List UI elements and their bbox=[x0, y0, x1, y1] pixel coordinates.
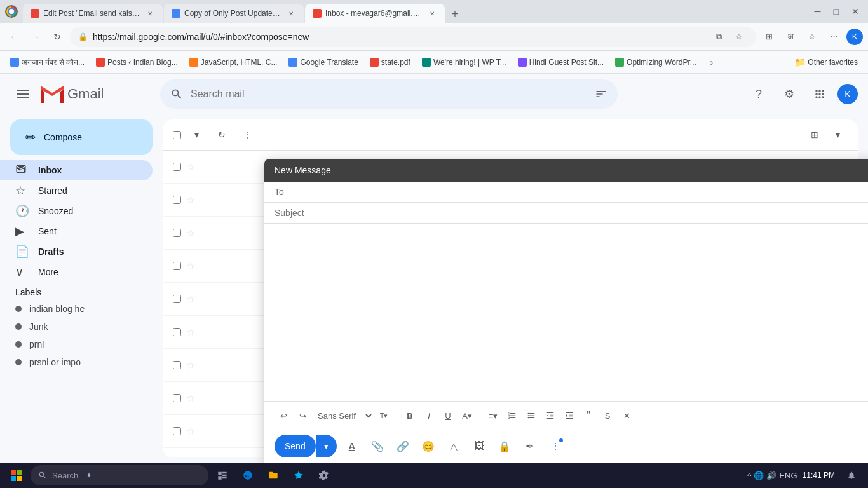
address-bar[interactable]: 🔒 https://mail.google.com/mail/u/0/#inbo… bbox=[70, 27, 756, 47]
undo-button[interactable]: ↩ bbox=[275, 407, 292, 424]
ordered-list-button[interactable] bbox=[503, 407, 521, 424]
bold-button[interactable]: B bbox=[401, 407, 419, 424]
taskbar-file-explorer-icon[interactable] bbox=[263, 465, 283, 485]
label-junk[interactable]: Junk bbox=[0, 318, 163, 336]
font-color-button[interactable]: A▾ bbox=[458, 407, 476, 424]
hamburger-menu-button[interactable] bbox=[10, 81, 36, 107]
back-button[interactable]: ← bbox=[5, 28, 23, 46]
other-favorites-folder[interactable]: 📁 Other favorites bbox=[789, 55, 863, 70]
send-button[interactable]: Send bbox=[275, 435, 316, 458]
taskbar-store-icon[interactable] bbox=[288, 465, 309, 485]
compose-subject-field[interactable] bbox=[275, 208, 868, 218]
compose-to-field[interactable] bbox=[300, 187, 868, 197]
signature-button[interactable]: ✒ bbox=[520, 436, 540, 456]
maximize-button[interactable]: □ bbox=[830, 5, 843, 18]
email-checkbox[interactable] bbox=[173, 394, 181, 402]
quote-button[interactable]: " bbox=[580, 407, 597, 424]
extension-icon[interactable]: ⊞ bbox=[760, 28, 778, 46]
minimize-button[interactable]: ─ bbox=[811, 5, 825, 18]
toolbar-dropdown-btn[interactable]: ▾ bbox=[186, 125, 207, 145]
tab-2[interactable]: Copy of Only Post Update - Goog ✕ bbox=[164, 4, 304, 23]
insert-drive-button[interactable]: △ bbox=[444, 436, 464, 456]
underline-button[interactable]: U bbox=[439, 407, 457, 424]
align-button[interactable]: ≡▾ bbox=[484, 407, 502, 424]
clear-format-button[interactable]: ✕ bbox=[618, 407, 635, 424]
taskbar-settings-icon[interactable] bbox=[314, 465, 334, 485]
sidebar-item-more[interactable]: ∨ More bbox=[0, 262, 153, 282]
email-checkbox[interactable] bbox=[173, 361, 181, 369]
font-size-button[interactable]: T▾ bbox=[375, 407, 393, 424]
notification-button[interactable] bbox=[841, 465, 862, 485]
email-star[interactable]: ☆ bbox=[186, 161, 195, 173]
bookmark-6[interactable]: We're hiring! | WP T... bbox=[417, 55, 512, 69]
label-indian-blog[interactable]: indian blog he bbox=[0, 300, 163, 318]
unordered-list-button[interactable] bbox=[522, 407, 540, 424]
email-star[interactable]: ☆ bbox=[186, 260, 195, 272]
sidebar-item-starred[interactable]: ☆ Starred bbox=[0, 180, 153, 201]
taskbar-edge-icon[interactable] bbox=[238, 465, 258, 485]
bookmark-star-icon[interactable]: ☆ bbox=[730, 28, 748, 46]
tab-1[interactable]: Edit Post "Email send kaise kare? ✕ bbox=[23, 4, 163, 23]
italic-button[interactable]: I bbox=[420, 407, 438, 424]
email-checkbox[interactable] bbox=[173, 295, 181, 303]
email-star[interactable]: ☆ bbox=[186, 359, 195, 371]
email-checkbox[interactable] bbox=[173, 328, 181, 336]
bookmarks-more-chevron[interactable]: › bbox=[703, 53, 721, 71]
select-all-checkbox[interactable] bbox=[173, 131, 181, 139]
picture-in-picture-icon[interactable]: ⧉ bbox=[710, 28, 728, 46]
bookmark-4[interactable]: Google Translate bbox=[283, 55, 363, 69]
search-options-icon[interactable] bbox=[595, 88, 607, 100]
new-tab-button[interactable]: + bbox=[446, 5, 464, 23]
lock-button[interactable]: 🔒 bbox=[494, 436, 515, 456]
sidebar-item-snoozed[interactable]: 🕐 Snoozed bbox=[0, 201, 153, 221]
email-star[interactable]: ☆ bbox=[186, 227, 195, 239]
task-view-button[interactable] bbox=[212, 465, 233, 485]
email-checkbox[interactable] bbox=[173, 163, 181, 171]
network-icon[interactable]: 🌐 bbox=[754, 471, 764, 480]
inbox-chevron-btn[interactable]: ▾ bbox=[827, 125, 848, 145]
gmail-avatar[interactable]: K bbox=[837, 84, 858, 104]
redo-button[interactable]: ↪ bbox=[294, 407, 311, 424]
send-options-button[interactable]: ▾ bbox=[316, 435, 337, 458]
insert-photo-button[interactable]: 🖼 bbox=[469, 436, 489, 456]
tab-2-close[interactable]: ✕ bbox=[286, 8, 296, 18]
strikethrough-button[interactable]: S bbox=[599, 407, 616, 424]
sidebar-item-inbox[interactable]: Inbox bbox=[0, 160, 153, 180]
label-prsnl[interactable]: prsnl or impo bbox=[0, 353, 163, 371]
more-options-button[interactable]: ⋮ bbox=[545, 436, 566, 456]
toolbar-refresh-btn[interactable]: ↻ bbox=[212, 125, 232, 145]
email-checkbox[interactable] bbox=[173, 196, 181, 204]
favorite-star-icon[interactable]: ☆ bbox=[803, 28, 821, 46]
text-formatting-icon-btn[interactable]: A bbox=[342, 436, 362, 456]
tab-3-close[interactable]: ✕ bbox=[427, 8, 437, 18]
insert-emoji-button[interactable]: 😊 bbox=[418, 436, 438, 456]
compose-button[interactable]: ✏ Compose bbox=[10, 119, 153, 155]
email-star[interactable]: ☆ bbox=[186, 194, 195, 206]
bookmark-2[interactable]: Posts ‹ Indian Blog... bbox=[91, 55, 183, 69]
gmail-search-bar[interactable] bbox=[160, 79, 618, 109]
compose-header[interactable]: New Message ─ ⤢ ✕ bbox=[264, 159, 868, 182]
bookmark-1[interactable]: अनजान नंबर से कौन... bbox=[5, 55, 90, 69]
browser-profile-avatar[interactable]: K bbox=[846, 29, 863, 45]
email-checkbox[interactable] bbox=[173, 427, 181, 435]
settings-gear-icon[interactable]: ⚙ bbox=[776, 81, 802, 107]
search-input[interactable] bbox=[191, 88, 587, 100]
toolbar-more-btn[interactable]: ⋮ bbox=[237, 125, 257, 145]
forward-button[interactable]: → bbox=[27, 28, 44, 46]
profile-hindi-icon[interactable]: अ bbox=[782, 28, 799, 46]
tab-1-close[interactable]: ✕ bbox=[145, 8, 155, 18]
sidebar-item-sent[interactable]: ▶ Sent bbox=[0, 221, 153, 241]
email-star[interactable]: ☆ bbox=[186, 326, 195, 338]
email-checkbox[interactable] bbox=[173, 262, 181, 270]
font-family-select[interactable]: Sans Serif Serif Monospace bbox=[313, 409, 374, 423]
taskbar-time[interactable]: 11:41 PM bbox=[803, 471, 835, 480]
email-checkbox[interactable] bbox=[173, 229, 181, 237]
refresh-button[interactable]: ↻ bbox=[48, 28, 66, 46]
email-star[interactable]: ☆ bbox=[186, 293, 195, 305]
bookmark-5[interactable]: state.pdf bbox=[365, 55, 416, 69]
email-star[interactable]: ☆ bbox=[186, 392, 195, 404]
help-icon[interactable]: ? bbox=[746, 81, 771, 107]
settings-icon[interactable]: ⋯ bbox=[825, 28, 843, 46]
tab-3[interactable]: Inbox - mevagar6@gmail.com - G ✕ bbox=[305, 4, 445, 23]
bookmark-7[interactable]: Hindi Guest Post Sit... bbox=[513, 55, 609, 69]
